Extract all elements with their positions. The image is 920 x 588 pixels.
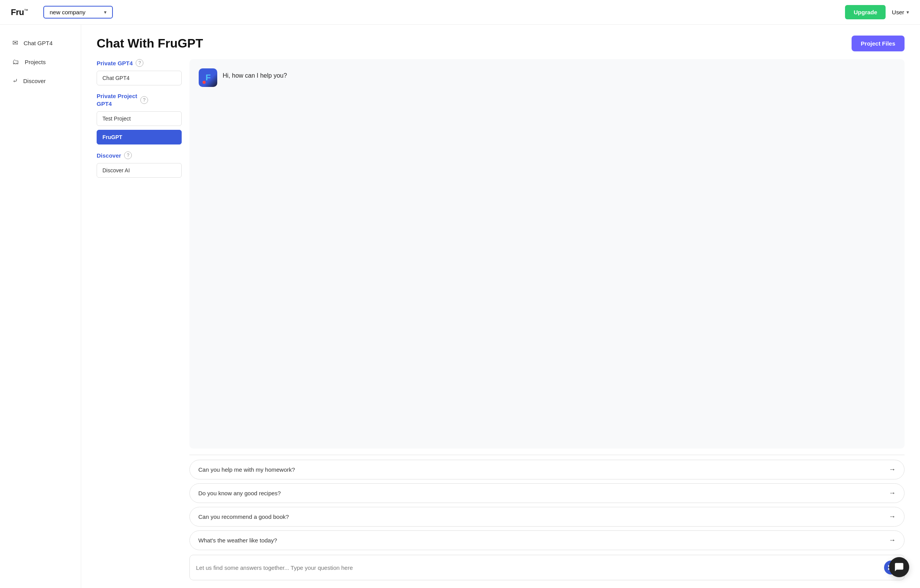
sidebar-item-label: Discover	[23, 78, 46, 84]
user-menu-button[interactable]: User ▾	[892, 9, 909, 15]
help-icon-private-project-gpt4[interactable]: ?	[140, 96, 148, 104]
section-header-discover: Discover ?	[97, 151, 182, 159]
chat-input-area	[189, 555, 905, 580]
sidebar: ✉ Chat GPT4 🗂 Projects ⤶ Discover	[0, 25, 81, 588]
mail-icon: ✉	[12, 39, 18, 47]
brand-logo: Fru™	[11, 7, 28, 17]
section-header-private-project-gpt4: Private ProjectGPT4 ?	[97, 92, 182, 107]
user-label: User	[892, 9, 904, 15]
chat-layout: Private GPT4 ? Chat GPT4 Private Project…	[81, 59, 920, 588]
suggestion-btn-3[interactable]: What's the weather like today? →	[189, 530, 905, 550]
menu-item-discover-ai[interactable]: Discover AI	[97, 163, 182, 178]
main-layout: ✉ Chat GPT4 🗂 Projects ⤶ Discover Chat W…	[0, 25, 920, 588]
section-title-private-gpt4: Private GPT4	[97, 60, 133, 66]
share-icon: ⤶	[12, 77, 18, 85]
help-icon-discover[interactable]: ?	[124, 151, 132, 159]
company-selector[interactable]: new company ▾	[43, 6, 113, 19]
sidebar-item-discover[interactable]: ⤶ Discover	[3, 72, 78, 90]
page-title: Chat With FruGPT	[97, 36, 203, 51]
sidebar-item-label: Projects	[25, 59, 46, 65]
upgrade-button[interactable]: Upgrade	[845, 5, 886, 19]
arrow-icon-1: →	[889, 489, 896, 497]
menu-item-chat-gpt4[interactable]: Chat GPT4	[97, 71, 182, 85]
suggestion-text-1: Do you know any good recipes?	[198, 490, 281, 496]
chat-widget-button[interactable]	[889, 557, 909, 577]
company-name: new company	[49, 9, 85, 15]
menu-item-test-project[interactable]: Test Project	[97, 111, 182, 126]
project-files-button[interactable]: Project Files	[852, 36, 905, 51]
chevron-down-icon: ▾	[906, 9, 909, 15]
bot-avatar: F	[199, 68, 217, 87]
bot-avatar-dot	[203, 81, 206, 84]
menu-item-frugpt[interactable]: FruGPT	[97, 130, 182, 144]
sidebar-item-projects[interactable]: 🗂 Projects	[3, 53, 78, 71]
chat-divider	[189, 455, 905, 455]
top-nav: Fru™ new company ▾ Upgrade User ▾	[0, 0, 920, 25]
section-private-project-gpt4: Private ProjectGPT4 ? Test Project FruGP…	[97, 92, 182, 144]
chat-messages: F Hi, how can I help you?	[189, 59, 905, 449]
suggestion-btn-2[interactable]: Can you recommend a good book? →	[189, 507, 905, 527]
arrow-icon-0: →	[889, 466, 896, 474]
sidebar-item-chat-gpt4[interactable]: ✉ Chat GPT4	[3, 34, 78, 52]
content-area: Chat With FruGPT Project Files Private G…	[81, 25, 920, 588]
section-private-gpt4: Private GPT4 ? Chat GPT4	[97, 59, 182, 85]
left-panel: Private GPT4 ? Chat GPT4 Private Project…	[97, 59, 182, 580]
section-discover: Discover ? Discover AI	[97, 151, 182, 178]
bot-message: F Hi, how can I help you?	[199, 68, 895, 87]
folder-icon: 🗂	[12, 58, 19, 66]
section-header-private-gpt4: Private GPT4 ?	[97, 59, 182, 67]
suggestion-btn-0[interactable]: Can you help me with my homework? →	[189, 460, 905, 479]
section-title-private-project-gpt4: Private ProjectGPT4	[97, 92, 137, 107]
chat-bubble-icon	[894, 562, 904, 572]
suggestion-btn-1[interactable]: Do you know any good recipes? →	[189, 483, 905, 503]
bot-avatar-letter: F	[206, 73, 210, 83]
right-panel: F Hi, how can I help you? Can you help m…	[189, 59, 905, 580]
suggestions-list: Can you help me with my homework? → Do y…	[189, 460, 905, 550]
section-title-discover: Discover	[97, 152, 121, 159]
suggestion-text-2: Can you recommend a good book?	[198, 513, 289, 520]
help-icon-private-gpt4[interactable]: ?	[136, 59, 143, 67]
arrow-icon-3: →	[889, 536, 896, 544]
arrow-icon-2: →	[889, 513, 896, 521]
suggestion-text-3: What's the weather like today?	[198, 537, 277, 544]
bot-greeting-text: Hi, how can I help you?	[223, 68, 287, 79]
page-header: Chat With FruGPT Project Files	[81, 25, 920, 59]
sidebar-item-label: Chat GPT4	[24, 40, 53, 46]
suggestion-text-0: Can you help me with my homework?	[198, 466, 295, 473]
chevron-down-icon: ▾	[104, 9, 107, 15]
chat-input[interactable]	[196, 564, 880, 571]
